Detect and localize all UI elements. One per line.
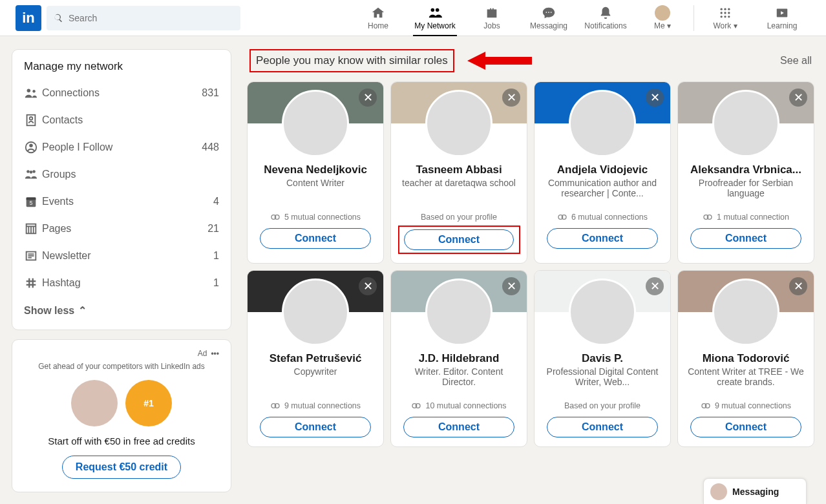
avatar[interactable]: [569, 90, 636, 157]
connect-button[interactable]: Connect: [690, 417, 801, 437]
svg-point-8: [721, 12, 723, 14]
dismiss-button[interactable]: ✕: [789, 89, 807, 107]
sidebar-item-count: 1: [213, 250, 219, 262]
connect-button[interactable]: Connect: [547, 417, 658, 437]
mutual-info: 6 mutual connections: [557, 213, 648, 222]
nav-jobs[interactable]: Jobs: [463, 0, 520, 36]
svg-point-20: [29, 144, 33, 148]
nav-label: Messaging: [530, 21, 567, 30]
connect-button[interactable]: Connect: [260, 417, 371, 437]
learning-icon: [775, 6, 789, 20]
nav-label: My Network: [414, 21, 455, 30]
sidebar-item-hashtag[interactable]: Hashtag1: [12, 269, 231, 297]
nav-label: Jobs: [483, 21, 500, 30]
nav-my-network[interactable]: My Network: [407, 0, 463, 36]
avatar[interactable]: [282, 278, 349, 346]
mutual-icon: [411, 403, 421, 409]
sidebar-item-events[interactable]: 5Events4: [12, 188, 231, 215]
svg-point-5: [721, 8, 723, 10]
avatar[interactable]: [425, 90, 492, 157]
mutual-icon: [270, 214, 281, 220]
sidebar-item-connections[interactable]: Connections831: [12, 79, 231, 107]
sidebar-item-count: 831: [202, 87, 219, 99]
mutual-info: Based on your profile: [421, 213, 497, 222]
sidebar-item-icon: [24, 167, 42, 182]
people-icon: [428, 6, 442, 20]
dismiss-button[interactable]: ✕: [359, 89, 377, 107]
dismiss-button[interactable]: ✕: [502, 89, 520, 107]
nav-work[interactable]: Work ▾: [697, 0, 754, 36]
sidebar-item-icon: [24, 140, 42, 154]
connect-button[interactable]: Connect: [260, 228, 371, 249]
person-name[interactable]: J.D. Hildebrand: [414, 352, 505, 365]
person-name[interactable]: Stefan Petrušević: [264, 352, 367, 365]
dismiss-button[interactable]: ✕: [646, 277, 664, 295]
ad-tag: Ad: [198, 349, 207, 358]
sidebar-item-label: Newsletter: [42, 250, 213, 262]
nav-home[interactable]: Home: [350, 0, 407, 36]
linkedin-logo[interactable]: in: [16, 5, 41, 31]
sidebar-item-pages[interactable]: Pages21: [12, 215, 231, 242]
connect-button[interactable]: Connect: [690, 228, 801, 249]
mutual-icon: [701, 403, 711, 409]
person-card: ✕Davis P.Professional Digital Content Wr…: [534, 270, 671, 447]
mutual-icon: [703, 214, 713, 220]
sidebar-item-count: 4: [213, 196, 219, 207]
connect-button[interactable]: Connect: [547, 228, 658, 249]
search-input[interactable]: [69, 13, 234, 23]
sidebar-item-newsletter[interactable]: Newsletter1: [12, 242, 231, 269]
person-name[interactable]: Aleksandra Vrbnica...: [685, 163, 807, 176]
person-card: ✕Tasneem Abbasiteacher at daretaqwa scho…: [390, 81, 527, 264]
nav-label: Home: [368, 21, 388, 30]
nav-learning[interactable]: Learning: [754, 0, 810, 36]
svg-point-6: [724, 8, 726, 10]
ad-menu-icon[interactable]: •••: [211, 349, 219, 358]
connect-button[interactable]: Connect: [403, 417, 514, 437]
sidebar-item-groups[interactable]: Groups: [12, 161, 231, 188]
sidebar-item-count: 21: [207, 223, 219, 235]
avatar[interactable]: [282, 90, 349, 157]
svg-marker-40: [467, 52, 532, 70]
person-card: ✕J.D. HildebrandWriter. Editor. Content …: [390, 270, 527, 447]
nav-messaging[interactable]: Messaging: [520, 0, 577, 36]
nav-me[interactable]: Me ▾: [634, 0, 691, 36]
show-less-label: Show less: [24, 305, 74, 317]
avatar[interactable]: [425, 278, 492, 346]
svg-point-13: [728, 16, 730, 17]
sidebar-item-icon: [24, 249, 42, 263]
avatar[interactable]: [569, 278, 636, 346]
sidebar-item-count: 1: [213, 277, 219, 289]
avatar[interactable]: [712, 90, 779, 157]
nav-notifications[interactable]: Notifications: [577, 0, 634, 36]
person-name[interactable]: Nevena Nedeljkovic: [259, 163, 372, 176]
sidebar-item-people-i-follow[interactable]: People I Follow448: [12, 134, 231, 161]
ad-headline: Get ahead of your competitors with Linke…: [24, 362, 219, 371]
dismiss-button[interactable]: ✕: [789, 277, 807, 295]
search-box[interactable]: [47, 6, 240, 30]
svg-point-2: [545, 12, 547, 13]
dismiss-button[interactable]: ✕: [646, 89, 664, 107]
people-grid: ✕Nevena NedeljkovicContent Writer5 mutua…: [247, 81, 814, 447]
person-name[interactable]: Tasneem Abbasi: [410, 163, 507, 176]
person-name[interactable]: Miona Todorović: [697, 352, 795, 365]
person-name[interactable]: Davis P.: [577, 352, 628, 365]
nav-separator: [694, 5, 694, 31]
sidebar-item-label: Pages: [42, 223, 207, 235]
avatar[interactable]: [712, 278, 779, 346]
ad-avatar: [71, 380, 118, 426]
svg-point-7: [728, 8, 730, 10]
see-all-link[interactable]: See all: [780, 55, 812, 67]
section-header: People you may know with similar roles S…: [247, 49, 814, 81]
mutual-info: Based on your profile: [564, 401, 641, 410]
top-nav: in Home My Network Jobs Messaging Notifi…: [0, 0, 826, 36]
person-name[interactable]: Andjela Vidojevic: [552, 163, 653, 176]
messaging-pill[interactable]: Messaging: [703, 478, 807, 504]
ad-cta-button[interactable]: Request €50 credit: [62, 456, 181, 479]
sidebar-item-contacts[interactable]: Contacts: [12, 107, 231, 134]
dismiss-button[interactable]: ✕: [502, 277, 520, 295]
show-less-toggle[interactable]: Show less ⌃: [12, 297, 231, 319]
nav-label: Me ▾: [654, 21, 671, 30]
sidebar-item-icon: [24, 86, 42, 100]
connect-button[interactable]: Connect: [404, 229, 514, 250]
dismiss-button[interactable]: ✕: [359, 277, 377, 295]
